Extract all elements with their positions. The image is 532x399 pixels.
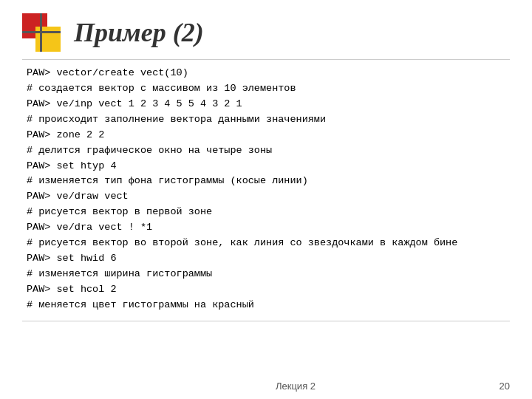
code-line: PAW> set htyp 4 [27,159,505,174]
code-line: PAW> ve/dra vect ! *1 [27,220,505,236]
footer-page: 20 [499,381,510,392]
code-content: PAW> vector/create vect(10)# создается в… [0,60,532,321]
code-line: PAW> vector/create vect(10) [27,66,505,81]
code-line: PAW> ve/inp vect 1 2 3 4 5 5 4 3 2 1 [27,97,505,112]
page-title: Пример (2) [74,17,204,48]
code-line: # делится графическое окно на четыре зон… [27,143,505,159]
footer: Лекция 2 20 [0,381,532,392]
code-line: # изменяется ширина гистограммы [27,267,505,282]
code-line: # рисуется вектор во второй зоне, как ли… [27,236,505,251]
code-line: # происходит заполнение вектора данными … [27,112,505,128]
code-line: # рисуется вектор в первой зоне [27,205,505,220]
footer-divider [22,321,510,321]
code-line: PAW> set hwid 6 [27,251,505,267]
code-line: # создается вектор с массивом из 10 элем… [27,81,505,97]
code-line: # меняется цвет гистограммы на красный [27,298,505,313]
logo [22,13,61,52]
code-line: PAW> set hcol 2 [27,282,505,298]
logo-horizontal-line [22,31,61,33]
footer-lecture: Лекция 2 [59,381,532,392]
code-line: # изменяется тип фона гистограммы (косые… [27,174,505,189]
header: Пример (2) [0,0,532,59]
code-line: PAW> zone 2 2 [27,128,505,143]
code-line: PAW> ve/draw vect [27,189,505,205]
